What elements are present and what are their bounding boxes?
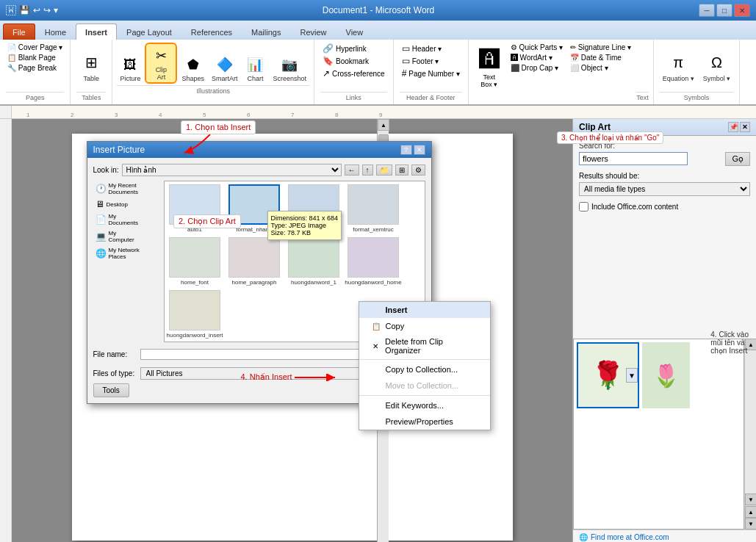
clip-art-button[interactable]: ✂ ClipArt xyxy=(145,43,177,84)
tab-insert[interactable]: Insert xyxy=(76,24,117,40)
gallery-item-2[interactable]: 🌷 xyxy=(642,342,690,408)
clip-art-title-text: Clip Art xyxy=(579,122,611,132)
gallery-item-1[interactable]: 🌹 ▼ xyxy=(577,342,639,408)
shapes-button[interactable]: ⬟ Shapes xyxy=(179,53,207,84)
picture-button[interactable]: 🖼 Picture xyxy=(117,53,143,84)
context-insert-item[interactable]: Insert xyxy=(359,302,490,318)
my-recent-docs-item[interactable]: 🕐 My RecentDocuments xyxy=(93,181,159,197)
panel-pin-button[interactable]: 📌 xyxy=(728,122,738,132)
my-network-item[interactable]: 🌐 My NetworkPlaces xyxy=(93,245,159,261)
context-edit-keywords-item[interactable]: Edit Keywords... xyxy=(359,397,490,413)
chart-icon: 📊 xyxy=(245,54,265,75)
context-delete-item[interactable]: ✕ Delete from Clip Organizer xyxy=(359,334,490,358)
bookmark-button[interactable]: 🔖 Bookmark xyxy=(320,55,371,67)
panel-scroll-btn-3[interactable]: ▲ xyxy=(745,506,756,518)
move-collection-icon xyxy=(371,380,381,391)
quick-parts-button[interactable]: ⚙ Quick Parts ▾ xyxy=(508,43,565,52)
context-menu: Insert 📋 Copy ✕ Delete from Clip Organiz… xyxy=(359,301,491,430)
find-more-link[interactable]: 🌐 Find more at Office.com xyxy=(579,533,750,541)
tab-home[interactable]: Home xyxy=(35,24,76,40)
screenshot-icon: 📷 xyxy=(279,54,300,75)
tab-file[interactable]: File xyxy=(3,24,35,40)
context-separator-1 xyxy=(359,359,490,360)
header-button[interactable]: ▭ Header ▾ xyxy=(400,43,444,54)
close-button[interactable]: ✕ xyxy=(734,4,750,17)
tab-review[interactable]: Review xyxy=(290,24,336,40)
desktop-item[interactable]: 🖥 Desktop xyxy=(93,198,159,211)
main-area: Insert Picture ? ✕ Look in: Hình ảnh xyxy=(0,119,756,542)
context-preview-item[interactable]: Preview/Properties xyxy=(359,413,490,430)
blank-page-button[interactable]: 📋 Blank Page xyxy=(6,53,57,62)
my-documents-item[interactable]: 📄 MyDocuments xyxy=(93,212,159,228)
include-office-area: Include Office.com content xyxy=(579,202,750,212)
file-huongdanword-insert[interactable]: huongdanword_insert xyxy=(168,290,223,339)
signature-line-button[interactable]: ✏ Signature Line ▾ xyxy=(568,43,633,52)
dialog-toolbar: Look in: Hình ảnh ← ↑ 📁 ⊞ ⚙ xyxy=(93,164,425,176)
header-footer-label: Header & Footer xyxy=(400,92,462,101)
file-home-font[interactable]: home_font xyxy=(168,237,223,286)
ruler-mark: 4 xyxy=(159,112,162,118)
cover-page-button[interactable]: 📄 Cover Page ▾ xyxy=(6,43,64,52)
scroll-up-button[interactable]: ▲ xyxy=(378,119,389,131)
document-area[interactable]: Insert Picture ? ✕ Look in: Hình ảnh xyxy=(12,119,572,542)
tools-button[interactable]: Tools xyxy=(93,383,129,397)
panel-scroll-btn-4[interactable]: ▼ xyxy=(745,518,756,530)
object-button[interactable]: ⬜ Object ▾ xyxy=(568,63,633,73)
ribbon-group-tables: ⊞ Table Tables xyxy=(71,40,112,104)
minimize-button[interactable]: ─ xyxy=(699,4,715,17)
file-format-xemtruc[interactable]: format_xemtruc xyxy=(346,184,401,233)
step4-label-annotation: 4. Nhấn Insert xyxy=(241,372,339,382)
context-copy-collection-item[interactable]: Copy to Collection... xyxy=(359,361,490,377)
dialog-close-button[interactable]: ✕ xyxy=(414,145,425,155)
equation-button[interactable]: π Equation ▾ xyxy=(660,49,697,84)
file-name-input[interactable] xyxy=(140,349,384,360)
view-button[interactable]: ⊞ xyxy=(395,165,408,176)
context-copy-item[interactable]: 📋 Copy xyxy=(359,318,490,334)
page-break-button[interactable]: 🔧 Page Break xyxy=(6,63,58,73)
text-box-button[interactable]: 🅰 TextBox ▾ xyxy=(473,43,505,90)
cross-reference-button[interactable]: ↗ Cross-reference xyxy=(320,68,387,79)
tab-references[interactable]: References xyxy=(181,24,242,40)
panel-scroll-track[interactable] xyxy=(745,350,756,494)
tab-view[interactable]: View xyxy=(336,24,373,40)
clip-art-gallery[interactable]: 🌹 ▼ 🌷 xyxy=(573,339,744,530)
hyperlink-button[interactable]: 🔗 Hyperlink xyxy=(320,43,369,54)
shapes-label: Shapes xyxy=(181,75,204,82)
smart-art-icon: 🔷 xyxy=(215,54,235,75)
dialog-help-button[interactable]: ? xyxy=(400,145,412,155)
smart-art-button[interactable]: 🔷 SmartArt xyxy=(209,53,241,84)
panel-scroll-down-1[interactable]: ▼ xyxy=(745,494,756,505)
ruler-mark: 3 xyxy=(115,112,118,118)
results-select[interactable]: All media file types xyxy=(579,182,750,196)
look-in-select[interactable]: Hình ảnh xyxy=(122,164,342,176)
search-input[interactable] xyxy=(579,152,688,165)
go-button[interactable]: Gọ xyxy=(725,152,750,166)
page-number-button[interactable]: # Page Number ▾ xyxy=(400,68,462,79)
my-computer-item[interactable]: 💻 MyComputer xyxy=(93,228,159,245)
word-art-button[interactable]: 🅰 WordArt ▾ xyxy=(508,53,565,62)
screenshot-button[interactable]: 📷 Screenshot xyxy=(270,53,309,84)
file-huongdanword-home[interactable]: huongdanword_home xyxy=(346,237,401,286)
tab-page-layout[interactable]: Page Layout xyxy=(117,24,181,40)
tools-menu-button[interactable]: ⚙ xyxy=(411,165,425,176)
sidebar-left xyxy=(0,119,12,542)
screenshot-label: Screenshot xyxy=(273,75,306,82)
chart-button[interactable]: 📊 Chart xyxy=(242,53,268,84)
maximize-button[interactable]: □ xyxy=(716,4,732,17)
footer-button[interactable]: ▭ Footer ▾ xyxy=(400,55,442,67)
file-huongdanword-1[interactable]: huongdanword_1 xyxy=(287,237,342,286)
date-time-button[interactable]: 📅 Date & Time xyxy=(568,53,633,62)
symbol-button[interactable]: Ω Symbol ▾ xyxy=(700,49,734,84)
include-office-checkbox[interactable] xyxy=(579,202,588,212)
file-home-paragraph[interactable]: home_paragraph xyxy=(227,237,282,286)
table-button[interactable]: ⊞ Table xyxy=(76,49,106,84)
gallery-item-1-arrow[interactable]: ▼ xyxy=(626,368,638,383)
back-button[interactable]: ← xyxy=(345,165,359,176)
up-button[interactable]: ↑ xyxy=(362,165,373,176)
file-format-xemtruc-label: format_xemtruc xyxy=(353,226,394,233)
tab-mailings[interactable]: Mailings xyxy=(242,24,290,40)
new-folder-button[interactable]: 📁 xyxy=(376,165,392,176)
panel-close-button[interactable]: ✕ xyxy=(740,122,750,132)
panel-scrollbar[interactable]: ▲ ▼ ▲ ▼ xyxy=(744,339,756,530)
drop-cap-button[interactable]: ⬛ Drop Cap ▾ xyxy=(508,63,565,73)
